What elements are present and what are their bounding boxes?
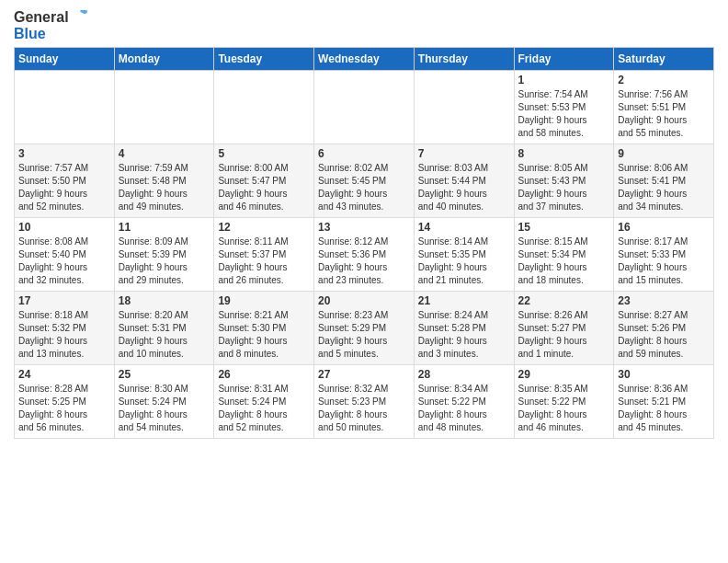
calendar-cell: 16Sunrise: 8:17 AMSunset: 5:33 PMDayligh… [614,217,714,291]
day-info: Sunrise: 8:27 AMSunset: 5:26 PMDaylight:… [618,309,710,361]
day-info: Sunrise: 8:18 AMSunset: 5:32 PMDaylight:… [18,309,110,361]
calendar-cell: 11Sunrise: 8:09 AMSunset: 5:39 PMDayligh… [114,217,214,291]
day-info: Sunrise: 7:54 AMSunset: 5:53 PMDaylight:… [518,88,610,140]
logo: General Blue [14,9,89,42]
day-info: Sunrise: 8:03 AMSunset: 5:44 PMDaylight:… [418,162,510,213]
calendar-cell: 18Sunrise: 8:20 AMSunset: 5:31 PMDayligh… [114,291,214,364]
day-number: 9 [618,147,710,160]
calendar-cell: 8Sunrise: 8:05 AMSunset: 5:43 PMDaylight… [514,144,614,217]
day-info: Sunrise: 8:24 AMSunset: 5:28 PMDaylight:… [418,309,510,361]
day-info: Sunrise: 8:21 AMSunset: 5:30 PMDaylight:… [218,309,310,361]
day-info: Sunrise: 8:34 AMSunset: 5:22 PMDaylight:… [418,383,510,434]
day-info: Sunrise: 8:23 AMSunset: 5:29 PMDaylight:… [318,309,410,361]
day-info: Sunrise: 7:57 AMSunset: 5:50 PMDaylight:… [18,162,110,213]
day-number: 28 [418,368,510,381]
day-info: Sunrise: 8:32 AMSunset: 5:23 PMDaylight:… [318,383,410,434]
day-number: 30 [618,368,710,381]
day-number: 8 [518,147,610,160]
calendar-cell: 20Sunrise: 8:23 AMSunset: 5:29 PMDayligh… [314,291,415,364]
day-info: Sunrise: 8:35 AMSunset: 5:22 PMDaylight:… [518,383,610,434]
calendar-header-row: SundayMondayTuesdayWednesdayThursdayFrid… [15,47,714,70]
day-number: 5 [218,147,310,160]
calendar-cell: 3Sunrise: 7:57 AMSunset: 5:50 PMDaylight… [15,144,115,217]
day-number: 7 [418,147,510,160]
calendar-cell: 21Sunrise: 8:24 AMSunset: 5:28 PMDayligh… [414,291,514,364]
day-info: Sunrise: 8:17 AMSunset: 5:33 PMDaylight:… [618,236,710,287]
calendar-cell: 23Sunrise: 8:27 AMSunset: 5:26 PMDayligh… [614,291,714,364]
calendar-cell: 7Sunrise: 8:03 AMSunset: 5:44 PMDaylight… [414,144,514,217]
header: General Blue [14,9,714,42]
calendar-cell: 25Sunrise: 8:30 AMSunset: 5:24 PMDayligh… [114,364,214,438]
day-number: 20 [318,294,410,307]
calendar-cell: 1Sunrise: 7:54 AMSunset: 5:53 PMDaylight… [514,70,614,144]
day-info: Sunrise: 8:15 AMSunset: 5:34 PMDaylight:… [518,236,610,287]
col-header-sunday: Sunday [15,47,115,70]
calendar-cell: 2Sunrise: 7:56 AMSunset: 5:51 PMDaylight… [614,70,714,144]
col-header-saturday: Saturday [614,47,714,70]
calendar-week-4: 17Sunrise: 8:18 AMSunset: 5:32 PMDayligh… [15,291,714,364]
calendar-cell: 22Sunrise: 8:26 AMSunset: 5:27 PMDayligh… [514,291,614,364]
day-info: Sunrise: 8:36 AMSunset: 5:21 PMDaylight:… [618,383,710,434]
logo-text-general: General [14,9,69,26]
col-header-wednesday: Wednesday [314,47,415,70]
day-number: 29 [518,368,610,381]
col-header-friday: Friday [514,47,614,70]
calendar-cell: 24Sunrise: 8:28 AMSunset: 5:25 PMDayligh… [15,364,115,438]
day-number: 25 [119,368,210,381]
calendar-cell [414,70,514,144]
day-number: 1 [518,74,610,86]
day-info: Sunrise: 8:05 AMSunset: 5:43 PMDaylight:… [518,162,610,213]
day-info: Sunrise: 8:30 AMSunset: 5:24 PMDaylight:… [119,383,210,434]
day-number: 4 [119,147,210,160]
calendar-cell: 13Sunrise: 8:12 AMSunset: 5:36 PMDayligh… [314,217,415,291]
day-number: 18 [119,294,210,307]
page-container: General Blue SundayMondayTuesdayWednesda… [0,0,728,443]
calendar-cell: 17Sunrise: 8:18 AMSunset: 5:32 PMDayligh… [15,291,115,364]
day-info: Sunrise: 8:31 AMSunset: 5:24 PMDaylight:… [218,383,310,434]
calendar-cell: 4Sunrise: 7:59 AMSunset: 5:48 PMDaylight… [114,144,214,217]
day-number: 3 [18,147,110,160]
day-number: 26 [218,368,310,381]
calendar-week-5: 24Sunrise: 8:28 AMSunset: 5:25 PMDayligh… [15,364,714,438]
day-info: Sunrise: 8:20 AMSunset: 5:31 PMDaylight:… [119,309,210,361]
calendar-cell [15,70,115,144]
col-header-monday: Monday [114,47,214,70]
day-info: Sunrise: 8:00 AMSunset: 5:47 PMDaylight:… [218,162,310,213]
day-info: Sunrise: 8:06 AMSunset: 5:41 PMDaylight:… [618,162,710,213]
calendar-cell: 9Sunrise: 8:06 AMSunset: 5:41 PMDaylight… [614,144,714,217]
calendar-cell: 12Sunrise: 8:11 AMSunset: 5:37 PMDayligh… [214,217,314,291]
calendar-week-3: 10Sunrise: 8:08 AMSunset: 5:40 PMDayligh… [15,217,714,291]
day-number: 15 [518,221,610,234]
calendar-cell: 15Sunrise: 8:15 AMSunset: 5:34 PMDayligh… [514,217,614,291]
day-number: 10 [18,221,110,234]
calendar-week-1: 1Sunrise: 7:54 AMSunset: 5:53 PMDaylight… [15,70,714,144]
logo-text-blue: Blue [14,26,89,42]
calendar-week-2: 3Sunrise: 7:57 AMSunset: 5:50 PMDaylight… [15,144,714,217]
calendar-cell: 19Sunrise: 8:21 AMSunset: 5:30 PMDayligh… [214,291,314,364]
day-number: 13 [318,221,410,234]
day-number: 11 [119,221,210,234]
calendar-cell [114,70,214,144]
calendar-cell: 29Sunrise: 8:35 AMSunset: 5:22 PMDayligh… [514,364,614,438]
day-number: 21 [418,294,510,307]
calendar-cell: 10Sunrise: 8:08 AMSunset: 5:40 PMDayligh… [15,217,115,291]
logo-bird-icon [71,9,89,26]
day-info: Sunrise: 7:56 AMSunset: 5:51 PMDaylight:… [618,88,710,140]
day-number: 14 [418,221,510,234]
calendar-cell: 27Sunrise: 8:32 AMSunset: 5:23 PMDayligh… [314,364,415,438]
day-number: 6 [318,147,410,160]
calendar-cell: 6Sunrise: 8:02 AMSunset: 5:45 PMDaylight… [314,144,415,217]
calendar-cell: 30Sunrise: 8:36 AMSunset: 5:21 PMDayligh… [614,364,714,438]
day-info: Sunrise: 8:11 AMSunset: 5:37 PMDaylight:… [218,236,310,287]
day-number: 27 [318,368,410,381]
day-number: 17 [18,294,110,307]
calendar-table: SundayMondayTuesdayWednesdayThursdayFrid… [14,47,714,439]
day-info: Sunrise: 8:14 AMSunset: 5:35 PMDaylight:… [418,236,510,287]
day-number: 24 [18,368,110,381]
calendar-cell: 26Sunrise: 8:31 AMSunset: 5:24 PMDayligh… [214,364,314,438]
day-number: 23 [618,294,710,307]
calendar-cell [314,70,415,144]
day-info: Sunrise: 8:12 AMSunset: 5:36 PMDaylight:… [318,236,410,287]
calendar-cell: 28Sunrise: 8:34 AMSunset: 5:22 PMDayligh… [414,364,514,438]
day-info: Sunrise: 8:02 AMSunset: 5:45 PMDaylight:… [318,162,410,213]
